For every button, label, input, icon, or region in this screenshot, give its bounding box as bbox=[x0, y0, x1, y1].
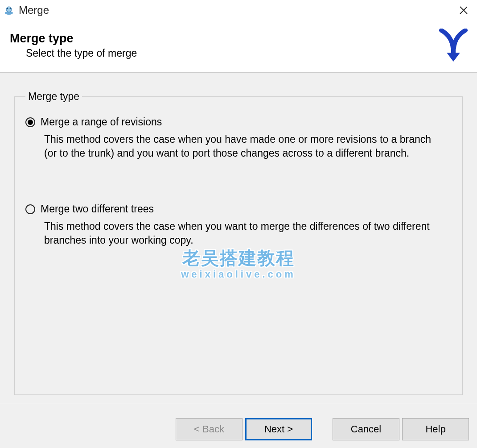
page-subtitle: Select the type of merge bbox=[26, 47, 137, 59]
watermark: 老吴搭建教程 weixiaolive.com bbox=[181, 246, 296, 280]
watermark-line2: weixiaolive.com bbox=[181, 269, 296, 280]
app-icon bbox=[4, 5, 14, 16]
option-label: Merge a range of revisions bbox=[41, 116, 162, 128]
svg-point-1 bbox=[6, 7, 12, 12]
group-legend: Merge type bbox=[25, 91, 82, 103]
merge-branch-icon bbox=[439, 29, 468, 62]
option-merge-trees: Merge two different trees This method co… bbox=[25, 203, 452, 247]
close-button[interactable] bbox=[455, 1, 473, 19]
window-title: Merge bbox=[19, 4, 49, 17]
watermark-line1: 老吴搭建教程 bbox=[181, 246, 296, 270]
wizard-footer: < Back Next > Cancel Help bbox=[0, 404, 477, 448]
radio-merge-range[interactable]: Merge a range of revisions bbox=[25, 116, 452, 128]
merge-type-group: Merge type 老吴搭建教程 weixiaolive.com Merge … bbox=[14, 91, 463, 395]
option-merge-range: Merge a range of revisions This method c… bbox=[25, 116, 452, 160]
help-button[interactable]: Help bbox=[402, 418, 469, 440]
svg-point-3 bbox=[10, 8, 11, 9]
next-button[interactable]: Next > bbox=[245, 418, 312, 440]
option-description: This method covers the case when you hav… bbox=[44, 133, 436, 160]
radio-merge-trees[interactable]: Merge two different trees bbox=[25, 203, 452, 215]
content-area: Merge type 老吴搭建教程 weixiaolive.com Merge … bbox=[0, 73, 477, 404]
svg-point-2 bbox=[7, 8, 8, 9]
cancel-button[interactable]: Cancel bbox=[333, 418, 399, 440]
wizard-header: Merge type Select the type of merge bbox=[0, 21, 477, 73]
back-button[interactable]: < Back bbox=[176, 418, 243, 440]
svg-marker-7 bbox=[447, 53, 460, 62]
page-title: Merge type bbox=[10, 32, 137, 46]
option-description: This method covers the case when you wan… bbox=[44, 220, 436, 247]
title-bar: Merge bbox=[0, 0, 477, 21]
radio-icon bbox=[25, 204, 35, 214]
radio-icon bbox=[25, 117, 35, 127]
close-icon bbox=[459, 6, 468, 15]
option-label: Merge two different trees bbox=[41, 203, 154, 215]
